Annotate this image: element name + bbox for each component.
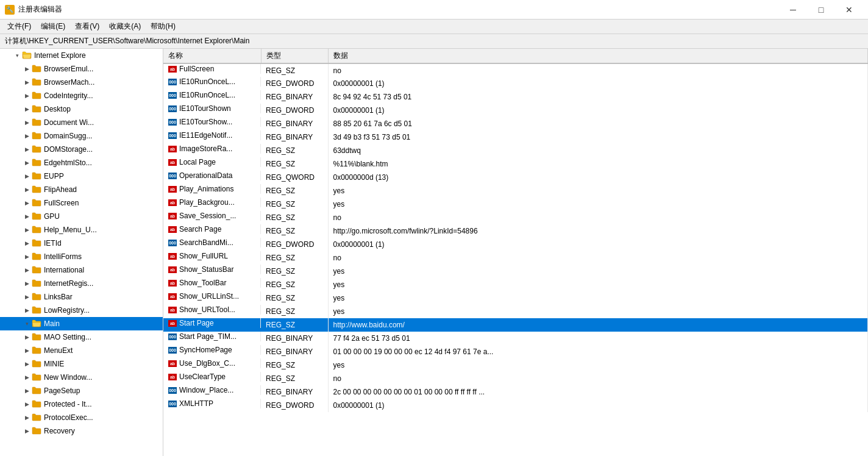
tree-item[interactable]: ▾ Internet Explore [0, 49, 163, 62]
tree-expand-icon[interactable]: ▶ [22, 91, 32, 101]
minimize-button[interactable]: ─ [779, 0, 807, 20]
tree-item[interactable]: ▶ International [0, 263, 163, 277]
tree-item[interactable]: ▶ Help_Menu_U... [0, 223, 163, 237]
tree-item[interactable]: ▶ InternetRegis... [0, 277, 163, 290]
tree-item[interactable]: ▶ PageSetup [0, 384, 163, 397]
cell-data: http://www.baidu.com/ [328, 318, 868, 332]
tree-expand-icon[interactable]: ▶ [22, 158, 32, 168]
close-button[interactable]: ✕ [835, 0, 863, 20]
table-row[interactable]: 000IE10RunOnceL...REG_DWORD0x00000001 (1… [163, 77, 868, 90]
tree-item[interactable]: ▶ IntelliForms [0, 250, 163, 263]
table-row[interactable]: 000IE11EdgeNotif...REG_BINARY3d 49 b3 f3… [163, 130, 868, 144]
cell-name-text: IE10RunOnceL... [179, 91, 235, 99]
folder-icon [32, 265, 41, 276]
tree-expand-icon[interactable]: ▶ [22, 426, 32, 436]
table-row[interactable]: 000SyncHomePageREG_BINARY01 00 00 00 19 … [163, 345, 868, 358]
table-row[interactable]: abShow_FullURLREG_SZno [163, 251, 868, 265]
tree-item[interactable]: ▶ MAO Setting... [0, 330, 163, 344]
tree-item[interactable]: ▶ FullScreen [0, 196, 163, 210]
table-row[interactable]: abSearch PageREG_SZhttp://go.microsoft.c… [163, 224, 868, 238]
table-row[interactable]: 000SearchBandMi...REG_DWORD0x00000001 (1… [163, 238, 868, 251]
table-row[interactable]: 000XMLHTTPREG_DWORD0x00000001 (1) [163, 399, 868, 412]
tree-expand-icon[interactable]: ▶ [22, 118, 32, 127]
tree-item[interactable]: ▶ Protected - It... [0, 397, 163, 411]
table-row[interactable]: 000IE10RunOnceL...REG_BINARY8c 94 92 4c … [163, 90, 868, 104]
tree-item[interactable]: ▶ MenuExt [0, 344, 163, 357]
menu-help[interactable]: 帮助(H) [146, 20, 180, 33]
maximize-button[interactable]: □ [807, 0, 835, 20]
cell-data: yes [328, 358, 868, 372]
tree-expand-icon[interactable]: ▶ [22, 372, 32, 382]
menu-file[interactable]: 文件(F) [2, 20, 36, 33]
tree-item[interactable]: ▶ DomainSugg... [0, 129, 163, 143]
table-row[interactable]: abShow_ToolBarREG_SZyes [163, 278, 868, 291]
tree-item[interactable]: ▶ New Window... [0, 371, 163, 384]
tree-expand-icon[interactable]: ▶ [22, 64, 32, 74]
menu-favorites[interactable]: 收藏夹(A) [104, 20, 146, 33]
table-row[interactable]: abUse_DlgBox_C...REG_SZyes [163, 358, 868, 372]
table-row[interactable]: abStart PageREG_SZhttp://www.baidu.com/ [163, 318, 868, 332]
table-row[interactable]: 000IE10TourShownREG_DWORD0x00000001 (1) [163, 104, 868, 117]
menu-view[interactable]: 查看(V) [70, 20, 104, 33]
tree-expand-icon[interactable]: ▶ [22, 212, 32, 221]
tree-expand-icon[interactable]: ▶ [22, 346, 32, 355]
table-row[interactable]: abPlay_AnimationsREG_SZyes [163, 184, 868, 198]
tree-expand-icon[interactable]: ▶ [22, 252, 32, 262]
tree-expand-icon[interactable]: ▶ [22, 359, 32, 369]
tree-item[interactable]: ▶ Document Wi... [0, 116, 163, 129]
table-row[interactable]: 000Window_Place...REG_BINARY2c 00 00 00 … [163, 385, 868, 399]
tree-item[interactable]: ▶ Desktop [0, 102, 163, 116]
cell-name-text: FullScreen [179, 65, 214, 73]
tree-expand-icon[interactable]: ▶ [22, 225, 32, 235]
tree-expand-icon[interactable]: ▾ [22, 319, 32, 329]
tree-expand-icon[interactable]: ▶ [22, 386, 32, 396]
tree-item[interactable]: ▶ DOMStorage... [0, 143, 163, 156]
tree-expand-icon[interactable]: ▶ [22, 185, 32, 194]
table-row[interactable]: abShow_URLTool...REG_SZyes [163, 305, 868, 318]
tree-item[interactable]: ▶ BrowserEmul... [0, 62, 163, 76]
tree-expand-icon[interactable]: ▶ [22, 413, 32, 422]
tree-item[interactable]: ▶ LinksBar [0, 290, 163, 304]
tree-expand-icon[interactable]: ▶ [22, 399, 32, 409]
table-row[interactable]: abUseClearTypeREG_SZno [163, 372, 868, 385]
table-row[interactable]: 000OperationalDataREG_QWORD0x0000000d (1… [163, 171, 868, 184]
table-row[interactable]: 000Start Page_TIM...REG_BINARY77 f4 2a e… [163, 332, 868, 345]
tree-item[interactable]: ▶ Recovery [0, 424, 163, 438]
table-row[interactable]: 000IE10TourShow...REG_BINARY88 85 20 61 … [163, 117, 868, 130]
tree-expand-icon[interactable]: ▶ [22, 279, 32, 288]
tree-expand-icon[interactable]: ▶ [22, 238, 32, 248]
tree-expand-icon[interactable]: ▶ [22, 144, 32, 154]
tree-expand-icon[interactable]: ▶ [22, 77, 32, 87]
tree-item[interactable]: ▶ BrowserMach... [0, 76, 163, 89]
tree-item[interactable]: ▾ Main [0, 317, 163, 330]
tree-expand-icon[interactable]: ▶ [22, 305, 32, 315]
tree-expand-icon[interactable]: ▶ [22, 171, 32, 181]
tree-item[interactable]: ▶ CodeIntegrity... [0, 89, 163, 102]
tree-expand-icon[interactable]: ▶ [22, 265, 32, 275]
tree-item[interactable]: ▶ LowRegistry... [0, 304, 163, 317]
tree-expand-icon[interactable]: ▶ [22, 131, 32, 141]
tree-expand-icon[interactable]: ▶ [22, 104, 32, 114]
tree-item[interactable]: ▶ EUPP [0, 169, 163, 183]
tree-item[interactable]: ▶ EdgehtmlSto... [0, 156, 163, 169]
table-row[interactable]: abFullScreenREG_SZno [163, 63, 868, 77]
menu-edit[interactable]: 编辑(E) [36, 20, 70, 33]
table-row[interactable]: abSave_Session_...REG_SZno [163, 211, 868, 224]
table-row[interactable]: abImageStoreRa...REG_SZ63ddtwq [163, 144, 868, 157]
tree-item[interactable]: ▶ GPU [0, 210, 163, 223]
tree-expand-icon[interactable]: ▶ [22, 332, 32, 342]
tree-expand-icon[interactable]: ▶ [22, 292, 32, 302]
tree-item[interactable]: ▶ MINIE [0, 357, 163, 371]
tree-expand-icon[interactable]: ▶ [22, 198, 32, 208]
table-row[interactable]: abShow_StatusBarREG_SZyes [163, 265, 868, 278]
table-row[interactable]: abShow_URLLinSt...REG_SZyes [163, 291, 868, 305]
tree-scroll-area[interactable]: ▾ Internet Explore▶ BrowserEmul...▶ Brow… [0, 49, 163, 456]
tree-expand-icon[interactable]: ▾ [12, 51, 22, 60]
cell-data: yes [328, 184, 868, 198]
table-row[interactable]: abLocal PageREG_SZ%11%\blank.htm [163, 157, 868, 171]
registry-table[interactable]: 名称 类型 数据 abFullScreenREG_SZno000IE10RunO… [163, 49, 868, 456]
tree-item[interactable]: ▶ IETId [0, 237, 163, 250]
tree-item[interactable]: ▶ FlipAhead [0, 183, 163, 196]
tree-item[interactable]: ▶ ProtocolExec... [0, 411, 163, 424]
table-row[interactable]: abPlay_Backgrou...REG_SZyes [163, 198, 868, 211]
